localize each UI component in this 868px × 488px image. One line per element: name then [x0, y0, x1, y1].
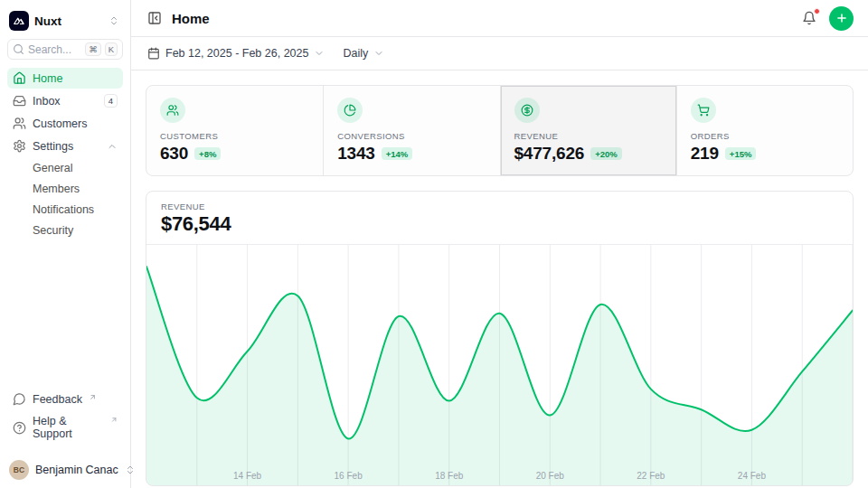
workspace-collapse-button[interactable]	[107, 14, 121, 28]
stat-value-row: 630 +8%	[160, 144, 309, 164]
date-range-label: Feb 12, 2025 - Feb 26, 2025	[165, 47, 308, 60]
message-bubble-icon	[13, 392, 26, 406]
stat-card-revenue[interactable]: REVENUE $477,626 +20%	[500, 86, 676, 175]
user-menu-button[interactable]: BC Benjamin Canac	[0, 454, 130, 488]
sidebar-item-label: Security	[33, 224, 73, 237]
stat-value: 630	[160, 144, 188, 164]
revenue-plot: 14 Feb16 Feb18 Feb20 Feb22 Feb24 Feb	[146, 245, 853, 485]
gear-icon	[13, 139, 26, 153]
sidebar-item-label: General	[33, 162, 72, 174]
chevrons-up-down-icon	[108, 15, 119, 26]
stat-value-row: $477,626 +20%	[514, 144, 663, 164]
workspace-switcher[interactable]: Nuxt	[7, 9, 123, 39]
sidebar-item-home[interactable]: Home	[7, 68, 123, 89]
dashboard-app: Nuxt ⌘ K Home Inbox 4	[0, 0, 868, 488]
page-content: CUSTOMERS 630 +8% CONVERSIONS 1343 +14%	[131, 70, 868, 488]
search-icon	[13, 43, 24, 55]
sidebar-toggle-button[interactable]	[146, 9, 164, 27]
users-icon	[160, 98, 185, 123]
search-box[interactable]: ⌘ K	[7, 39, 123, 60]
main-area: Home Feb 12, 2025 - Feb 26, 2025 Daily	[131, 0, 868, 488]
circle-dollar-icon	[514, 98, 540, 123]
sidebar-item-members[interactable]: Members	[27, 179, 123, 198]
inbox-count-badge: 4	[104, 94, 118, 108]
sidebar-item-label: Help & Support	[33, 415, 104, 440]
sidebar-item-notifications[interactable]: Notifications	[27, 200, 123, 219]
sidebar-item-label: Feedback	[33, 393, 82, 406]
home-icon	[13, 71, 26, 85]
sidebar-item-settings[interactable]: Settings	[7, 136, 123, 156]
header-actions	[800, 6, 854, 31]
sidebar-item-general[interactable]: General	[27, 158, 123, 177]
sidebar-top: Nuxt ⌘ K	[0, 0, 130, 60]
kbd-k: K	[105, 42, 118, 56]
stat-label: CONVERSIONS	[337, 131, 486, 141]
svg-text:22 Feb: 22 Feb	[637, 471, 665, 481]
notification-dot	[814, 8, 820, 14]
filter-toolbar: Feb 12, 2025 - Feb 26, 2025 Daily	[131, 37, 868, 70]
sidebar-footer: Feedback Help & Support	[0, 389, 130, 448]
date-range-button[interactable]: Feb 12, 2025 - Feb 26, 2025	[146, 43, 326, 63]
stat-value: 1343	[337, 144, 374, 164]
svg-text:24 Feb: 24 Feb	[738, 471, 767, 481]
chart-title: REVENUE	[161, 202, 838, 211]
revenue-chart-card: REVENUE $76,544 14 Feb16 Feb18 Feb20 Feb…	[146, 191, 854, 486]
plus-icon	[835, 12, 848, 24]
user-name: Benjamin Canac	[35, 464, 118, 476]
sidebar-item-inbox[interactable]: Inbox 4	[7, 90, 123, 111]
chevron-up-icon	[107, 141, 118, 152]
stat-label: ORDERS	[691, 131, 839, 141]
sidebar-item-label: Home	[33, 72, 118, 85]
stat-delta-badge: +14%	[382, 147, 413, 160]
stat-card-conversions[interactable]: CONVERSIONS 1343 +14%	[323, 86, 499, 175]
granularity-label: Daily	[343, 47, 368, 60]
stat-label: CUSTOMERS	[160, 131, 309, 141]
avatar: BC	[9, 460, 29, 480]
external-link-icon	[89, 393, 97, 401]
stat-card-orders[interactable]: ORDERS 219 +15%	[676, 86, 853, 175]
granularity-button[interactable]: Daily	[341, 43, 386, 63]
stat-delta-badge: +8%	[194, 147, 221, 160]
chart-header: REVENUE $76,544	[146, 192, 853, 245]
sidebar-item-label: Notifications	[33, 203, 94, 216]
stats-grid: CUSTOMERS 630 +8% CONVERSIONS 1343 +14%	[146, 85, 854, 176]
add-button[interactable]	[829, 6, 854, 31]
settings-submenu: General Members Notifications Security	[7, 158, 123, 239]
sidebar-item-label: Settings	[33, 140, 100, 153]
search-input[interactable]	[28, 43, 81, 56]
users-icon	[13, 117, 26, 130]
chart-value: $76,544	[161, 212, 838, 236]
svg-text:18 Feb: 18 Feb	[435, 471, 464, 481]
help-circle-icon	[13, 421, 26, 435]
stat-value: $477,626	[514, 144, 585, 164]
page-title: Home	[172, 11, 210, 26]
workspace-name: Nuxt	[34, 14, 101, 28]
stat-delta-badge: +20%	[590, 147, 622, 160]
stat-value-row: 1343 +14%	[337, 144, 486, 164]
page-header: Home	[131, 0, 868, 37]
stat-card-customers[interactable]: CUSTOMERS 630 +8%	[146, 86, 323, 175]
sidebar-nav: Home Inbox 4 Customers Settings General …	[0, 60, 130, 239]
stat-value: 219	[691, 144, 719, 164]
chevron-down-icon	[314, 48, 325, 59]
chart-pie-icon	[337, 98, 363, 123]
help-support-link[interactable]: Help & Support	[7, 411, 123, 444]
chevron-down-icon	[373, 48, 384, 59]
panel-left-icon	[147, 11, 162, 25]
nuxt-logo	[9, 11, 29, 31]
feedback-link[interactable]: Feedback	[7, 389, 123, 409]
stat-label: REVENUE	[514, 131, 663, 141]
notifications-button[interactable]	[800, 9, 818, 27]
calendar-icon	[147, 47, 160, 60]
external-link-icon	[110, 416, 118, 424]
svg-text:20 Feb: 20 Feb	[536, 471, 565, 481]
sidebar-item-security[interactable]: Security	[27, 221, 123, 239]
sidebar-item-label: Members	[33, 183, 80, 195]
sidebar-item-label: Customers	[33, 117, 118, 130]
inbox-icon	[13, 94, 26, 108]
kbd-cmd: ⌘	[85, 42, 101, 56]
sidebar: Nuxt ⌘ K Home Inbox 4	[0, 0, 131, 488]
sidebar-item-customers[interactable]: Customers	[7, 113, 123, 134]
sidebar-item-label: Inbox	[33, 95, 98, 108]
svg-text:14 Feb: 14 Feb	[233, 471, 262, 481]
